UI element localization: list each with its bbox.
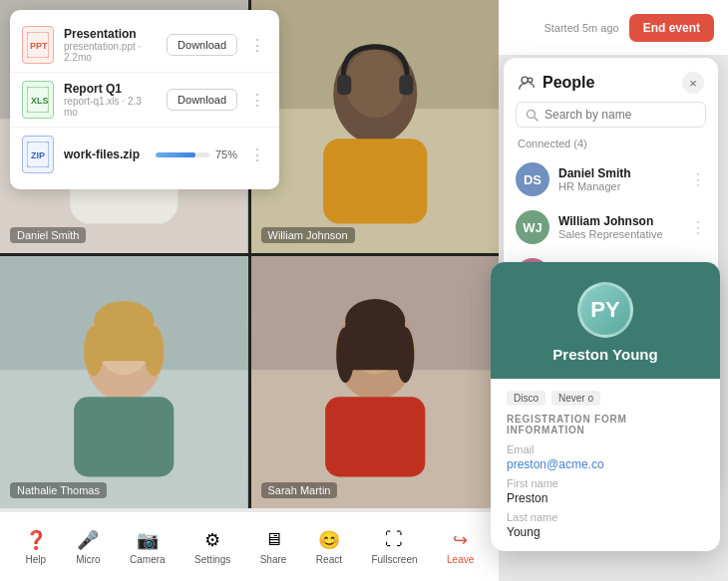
ppt-file-info: Presentation presentation.ppt · 2.2mo bbox=[64, 27, 157, 63]
react-label: React bbox=[316, 554, 342, 565]
toolbar: ❓ Help 🎤 Micro 📷 Camera ⚙ Settings 🖥 Sha… bbox=[0, 511, 499, 581]
search-icon bbox=[526, 109, 539, 122]
toolbar-share[interactable]: 🖥 Share bbox=[252, 523, 295, 571]
nathalie-video-bg bbox=[0, 256, 248, 509]
william-more-button[interactable]: ⋮ bbox=[690, 218, 706, 237]
micro-label: Micro bbox=[76, 554, 100, 565]
ppt-file-name: Presentation bbox=[64, 27, 157, 41]
svg-point-40 bbox=[528, 110, 536, 118]
header-bar: Started 5m ago End event bbox=[489, 0, 728, 55]
svg-text:XLS: XLS bbox=[31, 96, 49, 106]
svg-point-30 bbox=[336, 327, 354, 383]
ppt-icon: PPT bbox=[22, 26, 54, 64]
connected-label: Connected (4) bbox=[504, 138, 718, 155]
svg-point-39 bbox=[528, 78, 533, 83]
toolbar-settings[interactable]: ⚙ Settings bbox=[186, 523, 238, 571]
last-name-field-label: Last name bbox=[507, 511, 704, 523]
william-avatar: WJ bbox=[516, 210, 549, 244]
toolbar-fullscreen[interactable]: ⛶ Fullscreen bbox=[363, 523, 425, 571]
person-row-daniel[interactable]: DS Daniel Smith HR Manager ⋮ bbox=[504, 155, 718, 203]
video-cell-nathalie: Nathalie Thomas bbox=[0, 256, 248, 509]
micro-icon: 🎤 bbox=[77, 529, 99, 551]
email-field-label: Email bbox=[507, 443, 704, 455]
toolbar-help[interactable]: ❓ Help bbox=[17, 523, 55, 571]
william-details: William Johnson Sales Representative bbox=[558, 214, 681, 240]
profile-body: Disco Never o REGISTRATION FORM INFORMAT… bbox=[491, 379, 720, 551]
leave-label: Leave bbox=[447, 554, 474, 565]
svg-rect-18 bbox=[74, 397, 174, 476]
zip-icon: ZIP bbox=[22, 136, 54, 173]
video-cell-william: William Johnson bbox=[251, 0, 500, 253]
william-name: William Johnson bbox=[268, 229, 348, 241]
people-search-input[interactable] bbox=[545, 108, 696, 122]
file-item-xls: XLS Report Q1 report-q1.xls · 2.3 mo Dow… bbox=[10, 73, 279, 128]
ppt-download-button[interactable]: Download bbox=[167, 34, 237, 56]
zip-progress-text: 75% bbox=[215, 148, 237, 160]
profile-card: PY Preston Young Disco Never o REGISTRAT… bbox=[491, 262, 720, 551]
xls-icon: XLS bbox=[22, 81, 54, 119]
daniel-person-role: HR Manager bbox=[558, 180, 681, 192]
xls-file-info: Report Q1 report-q1.xls · 2.3 mo bbox=[64, 82, 157, 118]
sarah-label: Sarah Martin bbox=[261, 482, 338, 498]
svg-rect-11 bbox=[323, 139, 427, 223]
nathalie-label: Nathalie Thomas bbox=[10, 482, 107, 498]
end-event-button[interactable]: End event bbox=[629, 14, 714, 42]
last-name-field-value: Young bbox=[507, 525, 704, 539]
william-person-name: William Johnson bbox=[558, 214, 681, 228]
video-cell-sarah: Sarah Martin bbox=[251, 256, 500, 509]
daniel-details: Daniel Smith HR Manager bbox=[558, 166, 681, 192]
svg-rect-13 bbox=[399, 75, 413, 95]
xls-download-button[interactable]: Download bbox=[167, 89, 237, 111]
camera-label: Camera bbox=[130, 554, 166, 565]
camera-icon: 📷 bbox=[137, 529, 159, 551]
people-title-row: People bbox=[518, 74, 594, 92]
daniel-more-button[interactable]: ⋮ bbox=[690, 170, 706, 189]
zip-progress-container: 75% bbox=[156, 148, 237, 160]
svg-point-22 bbox=[144, 326, 164, 376]
file-item-zip: ZIP work-files.zip 75% ⋮ bbox=[10, 128, 279, 181]
people-close-button[interactable]: × bbox=[682, 72, 704, 94]
toolbar-micro[interactable]: 🎤 Micro bbox=[68, 523, 108, 571]
daniel-person-name: Daniel Smith bbox=[558, 166, 681, 180]
svg-rect-29 bbox=[345, 320, 405, 370]
toolbar-react[interactable]: 😊 React bbox=[308, 523, 350, 571]
profile-tag-disco: Disco bbox=[507, 391, 546, 406]
file-item-ppt: PPT Presentation presentation.ppt · 2.2m… bbox=[10, 18, 279, 73]
profile-tags: Disco Never o bbox=[507, 391, 704, 406]
xls-more-button[interactable]: ⋮ bbox=[247, 91, 267, 110]
people-title: People bbox=[543, 74, 594, 92]
leave-icon: ↪ bbox=[450, 529, 472, 551]
svg-text:ZIP: ZIP bbox=[31, 150, 45, 160]
nathalie-name: Nathalie Thomas bbox=[17, 484, 100, 496]
svg-text:PPT: PPT bbox=[30, 41, 48, 51]
ppt-file-meta: presentation.ppt · 2.2mo bbox=[64, 41, 157, 63]
zip-file-name: work-files.zip bbox=[64, 147, 146, 161]
person-row-william[interactable]: WJ William Johnson Sales Representative … bbox=[504, 203, 718, 251]
daniel-label: Daniel Smith bbox=[10, 227, 86, 243]
daniel-name: Daniel Smith bbox=[17, 229, 79, 241]
help-icon: ❓ bbox=[25, 529, 47, 551]
profile-name: Preston Young bbox=[552, 346, 657, 363]
svg-rect-12 bbox=[337, 75, 351, 95]
xls-file-meta: report-q1.xls · 2.3 mo bbox=[64, 96, 157, 118]
people-search-container bbox=[516, 102, 706, 128]
started-text: Started 5m ago bbox=[544, 22, 618, 34]
toolbar-camera[interactable]: 📷 Camera bbox=[122, 523, 174, 571]
email-field-value: preston@acme.co bbox=[507, 457, 704, 471]
ppt-more-button[interactable]: ⋮ bbox=[247, 36, 267, 55]
zip-file-info: work-files.zip bbox=[64, 147, 146, 161]
fullscreen-label: Fullscreen bbox=[371, 554, 417, 565]
settings-icon: ⚙ bbox=[201, 529, 223, 551]
sarah-name: Sarah Martin bbox=[268, 484, 331, 496]
react-icon: 😊 bbox=[318, 529, 340, 551]
svg-point-38 bbox=[522, 77, 528, 83]
profile-tag-nevero: Never o bbox=[551, 391, 600, 406]
toolbar-leave[interactable]: ↪ Leave bbox=[439, 523, 482, 571]
fullscreen-icon: ⛶ bbox=[383, 529, 405, 551]
william-label: William Johnson bbox=[261, 227, 355, 243]
svg-point-21 bbox=[84, 326, 104, 376]
people-icon bbox=[518, 74, 536, 92]
zip-more-button[interactable]: ⋮ bbox=[247, 145, 267, 164]
help-label: Help bbox=[25, 554, 46, 565]
svg-point-10 bbox=[345, 50, 405, 118]
